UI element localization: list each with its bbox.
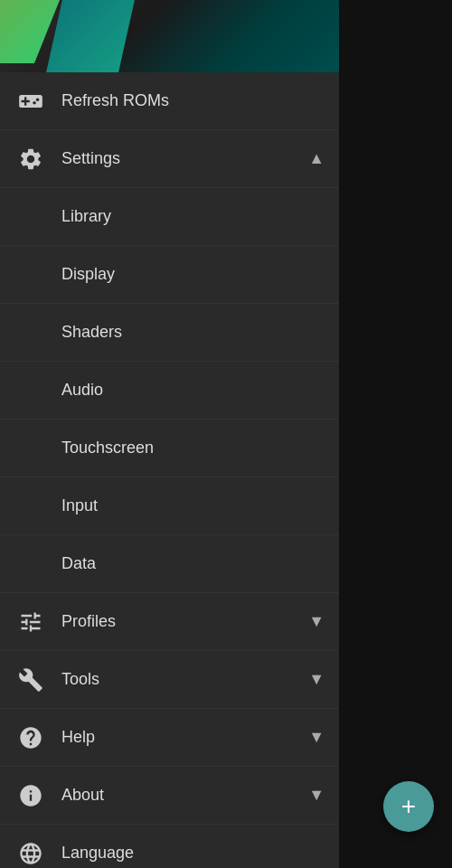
settings-chevron: ▲ bbox=[308, 149, 325, 168]
refresh-roms-label: Refresh ROMs bbox=[61, 91, 325, 110]
info-icon bbox=[14, 779, 47, 812]
menu-item-shaders[interactable]: Shaders bbox=[0, 304, 339, 362]
language-label: Language bbox=[61, 844, 325, 863]
menu-item-data[interactable]: Data bbox=[0, 535, 339, 593]
gear-icon bbox=[14, 143, 47, 175]
sidebar: Refresh ROMs Settings ▲ Library Display … bbox=[0, 72, 339, 868]
menu-item-tools[interactable]: Tools ▼ bbox=[0, 651, 339, 709]
help-icon bbox=[14, 722, 47, 754]
menu-item-library[interactable]: Library bbox=[0, 188, 339, 246]
menu-item-audio[interactable]: Audio bbox=[0, 362, 339, 420]
menu-item-help[interactable]: Help ▼ bbox=[0, 709, 339, 767]
tools-icon bbox=[14, 664, 47, 696]
about-chevron: ▼ bbox=[308, 786, 325, 805]
profiles-label: Profiles bbox=[61, 612, 308, 631]
touchscreen-label: Touchscreen bbox=[61, 439, 154, 458]
input-label: Input bbox=[61, 496, 98, 515]
display-label: Display bbox=[61, 265, 115, 284]
menu-item-display[interactable]: Display bbox=[0, 246, 339, 304]
fab-add-button[interactable]: + bbox=[383, 781, 434, 832]
settings-label: Settings bbox=[61, 149, 308, 168]
menu-item-language[interactable]: Language bbox=[0, 825, 339, 868]
right-panel bbox=[339, 0, 452, 868]
menu-item-input[interactable]: Input bbox=[0, 477, 339, 535]
gamepad-icon bbox=[14, 85, 47, 118]
menu-item-profiles[interactable]: Profiles ▼ bbox=[0, 593, 339, 651]
data-label: Data bbox=[61, 554, 96, 573]
globe-icon bbox=[14, 837, 47, 869]
add-icon: + bbox=[401, 794, 416, 819]
audio-label: Audio bbox=[61, 381, 103, 400]
menu-item-refresh-roms[interactable]: Refresh ROMs bbox=[0, 72, 339, 130]
help-label: Help bbox=[61, 728, 308, 747]
sliders-icon bbox=[14, 606, 47, 638]
profiles-chevron: ▼ bbox=[308, 612, 325, 631]
header-banner bbox=[0, 0, 339, 72]
tools-label: Tools bbox=[61, 670, 308, 689]
menu-item-settings[interactable]: Settings ▲ bbox=[0, 130, 339, 188]
about-label: About bbox=[61, 786, 308, 805]
menu-item-about[interactable]: About ▼ bbox=[0, 767, 339, 825]
help-chevron: ▼ bbox=[308, 728, 325, 747]
shaders-label: Shaders bbox=[61, 323, 122, 342]
tools-chevron: ▼ bbox=[308, 670, 325, 689]
menu-item-touchscreen[interactable]: Touchscreen bbox=[0, 420, 339, 477]
library-label: Library bbox=[61, 207, 111, 226]
